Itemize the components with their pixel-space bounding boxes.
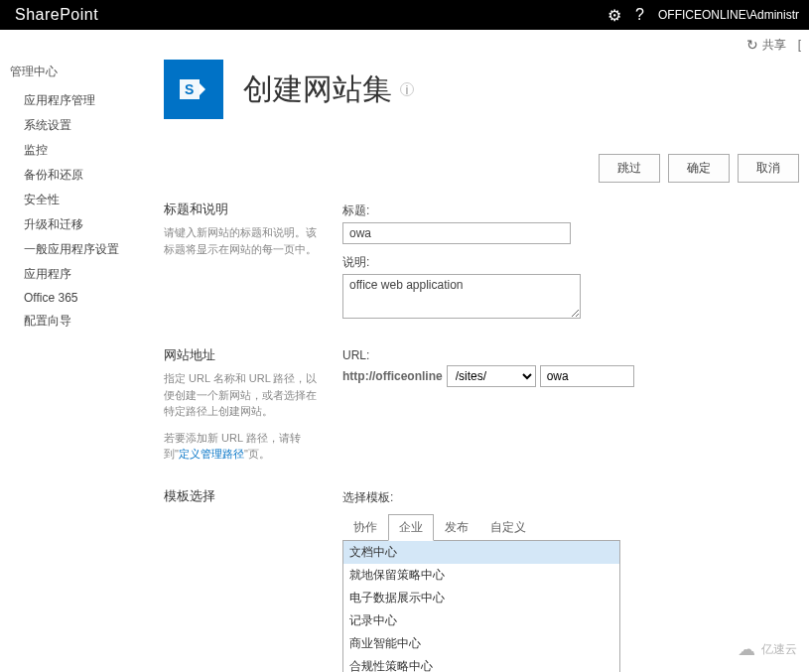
url-path-select[interactable]: /sites/ [447,365,536,387]
watermark: ☁ 亿速云 [738,638,797,660]
tab-custom[interactable]: 自定义 [479,514,537,541]
tab-collaboration[interactable]: 协作 [342,514,388,541]
template-option[interactable]: 合规性策略中心 [343,655,619,673]
brand-label: SharePoint [15,6,98,24]
url-heading: 网站地址 [164,346,323,364]
title-input[interactable] [342,222,571,244]
sidebar-item-backup[interactable]: 备份和还原 [10,163,154,188]
url-desc2: 若要添加新 URL 路径，请转到"定义管理路径"页。 [164,430,323,463]
template-listbox[interactable]: 文档中心 就地保留策略中心 电子数据展示中心 记录中心 商业智能中心 合规性策略… [342,540,620,673]
sidebar-item-general[interactable]: 一般应用程序设置 [10,237,154,262]
tab-publishing[interactable]: 发布 [434,514,479,541]
topbar-right: ⚙ ? OFFICEONLINE\Administr [607,6,799,25]
template-heading: 模板选择 [164,487,323,505]
tab-enterprise[interactable]: 企业 [388,514,434,541]
share-label[interactable]: 共享 [762,37,786,54]
desc-textarea[interactable] [342,274,581,319]
template-option[interactable]: 商业智能中心 [343,632,619,655]
page-header: S 创建网站集 i [164,60,799,119]
sidebar: 管理中心 应用程序管理 系统设置 监控 备份和还原 安全性 升级和迁移 一般应用… [10,60,154,672]
title-desc-text: 请键入新网站的标题和说明。该标题将显示在网站的每一页中。 [164,224,323,257]
info-icon[interactable]: i [400,82,414,96]
cancel-button[interactable]: 取消 [738,154,799,183]
subbar: ↻ 共享 [ [0,30,809,60]
section-title-desc: 标题和说明 请键入新网站的标题和说明。该标题将显示在网站的每一页中。 标题: 说… [164,201,799,322]
sidebar-item-o365[interactable]: Office 365 [10,287,154,309]
sidebar-item-upgrade[interactable]: 升级和迁移 [10,212,154,237]
desc-label: 说明: [342,254,799,271]
template-option[interactable]: 记录中心 [343,609,619,632]
top-button-row: 跳过 确定 取消 [164,154,799,183]
help-icon[interactable]: ? [635,6,644,24]
watermark-text: 亿速云 [761,641,797,658]
template-tabs: 协作 企业 发布 自定义 [342,514,799,541]
gear-icon[interactable]: ⚙ [607,6,621,25]
share-icon[interactable]: ↻ [746,37,758,53]
sidebar-item-config-wizard[interactable]: 配置向导 [10,309,154,334]
section-template: 模板选择 选择模板: 协作 企业 发布 自定义 文档中心 就地保留策略中心 电子… [164,487,799,673]
page-title-text: 创建网站集 [243,69,392,110]
content: S 创建网站集 i 跳过 确定 取消 标题和说明 请键入新网站的标题和说明。该标… [154,60,799,672]
url-prefix: http://officeonline [342,369,443,383]
user-label[interactable]: OFFICEONLINE\Administr [658,8,799,22]
svg-text:S: S [185,81,194,97]
title-label: 标题: [342,202,799,219]
url-desc1: 指定 URL 名称和 URL 路径，以便创建一个新网站，或者选择在特定路径上创建… [164,370,323,420]
sidebar-item-apps[interactable]: 应用程序 [10,262,154,287]
url-suffix-input[interactable] [540,365,634,387]
sidebar-section-title[interactable]: 管理中心 [10,60,154,84]
sidebar-item-app-mgmt[interactable]: 应用程序管理 [10,88,154,113]
template-option[interactable]: 电子数据展示中心 [343,587,619,609]
section-url: 网站地址 指定 URL 名称和 URL 路径，以便创建一个新网站，或者选择在特定… [164,346,799,463]
template-option[interactable]: 就地保留策略中心 [343,564,619,587]
cloud-icon: ☁ [738,638,755,660]
sidebar-item-monitoring[interactable]: 监控 [10,138,154,163]
focus-icon[interactable]: [ [798,38,801,52]
sidebar-item-sys-settings[interactable]: 系统设置 [10,113,154,138]
ok-button[interactable]: 确定 [668,154,730,183]
define-paths-link[interactable]: 定义管理路径 [179,448,244,460]
title-desc-heading: 标题和说明 [164,201,323,218]
template-select-label: 选择模板: [342,489,799,506]
sharepoint-logo-icon: S [164,60,223,119]
topbar: SharePoint ⚙ ? OFFICEONLINE\Administr [0,0,809,30]
skip-button[interactable]: 跳过 [599,154,660,183]
page-title: 创建网站集 i [243,69,414,110]
sidebar-item-security[interactable]: 安全性 [10,188,154,212]
template-option[interactable]: 文档中心 [343,541,619,564]
url-label: URL: [342,348,799,362]
